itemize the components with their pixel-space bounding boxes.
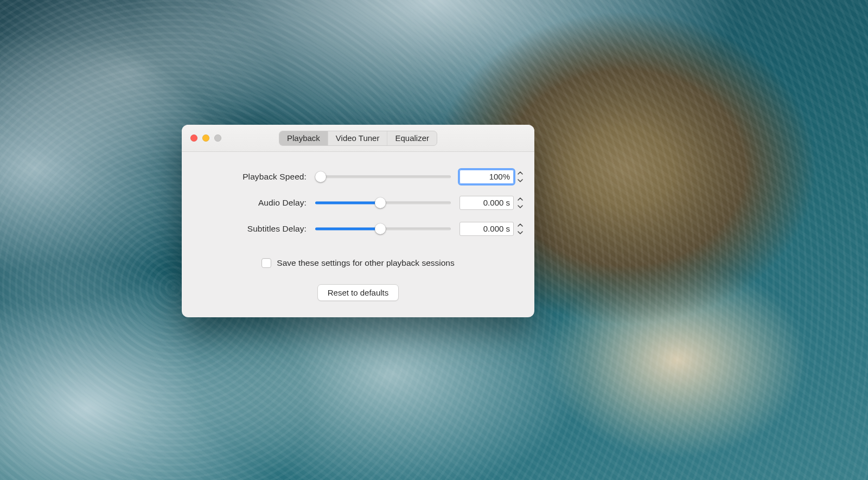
label-playback-speed: Playback Speed: (203, 172, 307, 182)
tab-video-tuner[interactable]: Video Tuner (328, 131, 387, 145)
titlebar: Playback Video Tuner Equalizer (182, 125, 534, 152)
stepper-down-icon[interactable] (516, 229, 525, 236)
slider-thumb[interactable] (315, 171, 326, 182)
panel-body: Playback Speed: 100% Audio Delay: (182, 152, 534, 317)
slider-thumb[interactable] (375, 223, 386, 234)
save-settings-label: Save these settings for other playback s… (277, 258, 454, 268)
stepper-subtitles-delay: 0.000 s (459, 222, 525, 236)
slider-playback-speed[interactable] (315, 171, 451, 183)
slider-thumb[interactable] (375, 197, 386, 208)
minimize-icon[interactable] (202, 135, 209, 142)
row-audio-delay: Audio Delay: 0.000 s (203, 190, 513, 216)
reset-row: Reset to defaults (203, 284, 513, 301)
tab-playback[interactable]: Playback (279, 131, 328, 145)
spinner-subtitles-delay (516, 222, 525, 236)
stepper-up-icon[interactable] (516, 196, 525, 202)
tab-equalizer[interactable]: Equalizer (387, 131, 437, 145)
save-settings-checkbox[interactable] (261, 258, 271, 268)
field-audio-delay[interactable]: 0.000 s (459, 196, 514, 210)
stepper-playback-speed: 100% (459, 170, 525, 184)
stepper-down-icon[interactable] (516, 203, 525, 210)
zoom-icon[interactable] (214, 135, 221, 142)
stepper-up-icon[interactable] (516, 170, 525, 176)
slider-fill (315, 228, 380, 231)
tab-segmented-control: Playback Video Tuner Equalizer (279, 131, 437, 146)
spinner-playback-speed (516, 170, 525, 184)
spinner-audio-delay (516, 196, 525, 210)
slider-subtitles-delay[interactable] (315, 223, 451, 235)
row-playback-speed: Playback Speed: 100% (203, 164, 513, 190)
slider-audio-delay[interactable] (315, 197, 451, 209)
window-controls (190, 135, 221, 142)
stepper-down-icon[interactable] (516, 177, 525, 184)
field-playback-speed[interactable]: 100% (459, 170, 514, 184)
label-subtitles-delay: Subtitles Delay: (203, 224, 307, 234)
reset-button[interactable]: Reset to defaults (317, 284, 399, 301)
stepper-up-icon[interactable] (516, 222, 525, 228)
slider-fill (315, 202, 380, 204)
slider-track (315, 176, 451, 178)
stepper-audio-delay: 0.000 s (459, 196, 525, 210)
label-audio-delay: Audio Delay: (203, 198, 307, 208)
close-icon[interactable] (190, 135, 197, 142)
preferences-window: Playback Video Tuner Equalizer Playback … (182, 125, 534, 317)
row-subtitles-delay: Subtitles Delay: 0.000 s (203, 216, 513, 242)
save-settings-row: Save these settings for other playback s… (203, 258, 513, 268)
field-subtitles-delay[interactable]: 0.000 s (459, 222, 514, 236)
